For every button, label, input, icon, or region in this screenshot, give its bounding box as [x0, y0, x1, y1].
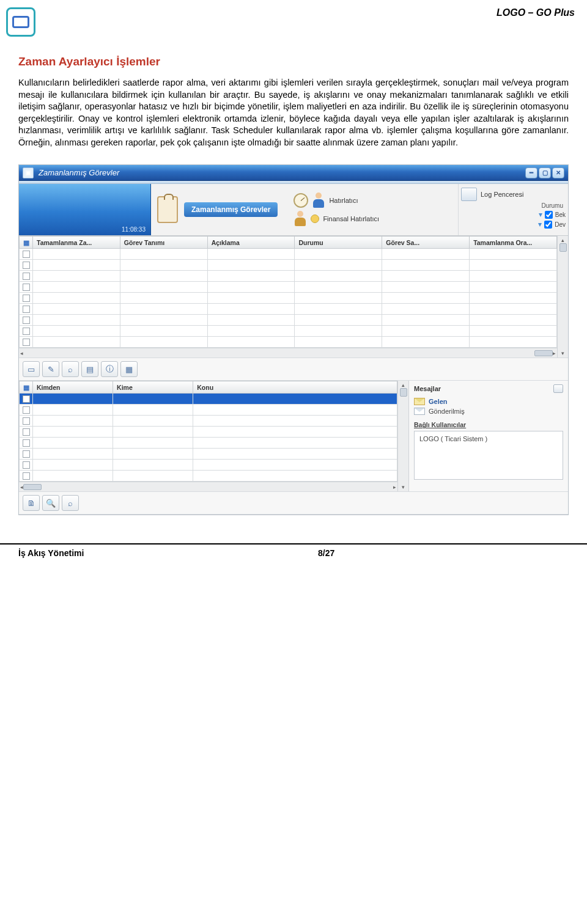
table-row[interactable]	[20, 260, 557, 271]
tool-button[interactable]: ⌕	[62, 495, 79, 511]
row-checkbox[interactable]	[23, 262, 30, 269]
vertical-scrollbar[interactable]: ▴ ▾	[557, 236, 568, 358]
table-row[interactable]	[20, 460, 397, 471]
row-checkbox[interactable]	[23, 295, 30, 302]
tool-button[interactable]: ▭	[23, 361, 40, 377]
scroll-up-icon[interactable]: ▴	[561, 237, 564, 243]
row-checkbox[interactable]	[23, 339, 30, 346]
table-row[interactable]	[20, 249, 557, 260]
row-checkbox[interactable]	[23, 251, 30, 258]
scroll-thumb[interactable]	[400, 388, 407, 397]
tasks-toolbar: ▭ ✎ ⌕ ▤ ⓘ ▦	[19, 358, 568, 381]
row-checkbox[interactable]	[23, 284, 30, 291]
scroll-thumb[interactable]	[534, 350, 553, 356]
messages-panel-header: Mesajlar	[414, 385, 441, 392]
column-header[interactable]: Kimden	[33, 381, 113, 394]
table-row[interactable]	[20, 416, 397, 427]
column-header[interactable]: Kime	[113, 381, 193, 394]
table-row[interactable]	[20, 394, 397, 405]
column-header[interactable]: Tamamlanma Za...	[33, 237, 120, 249]
table-row[interactable]	[20, 271, 557, 282]
table-row[interactable]	[20, 282, 557, 293]
row-checkbox[interactable]	[23, 428, 30, 436]
horizontal-scrollbar[interactable]: ◂ ▸	[19, 348, 557, 358]
tool-button[interactable]: 🔍	[42, 495, 59, 511]
table-row[interactable]	[20, 293, 557, 304]
envelope-open-icon	[414, 408, 425, 415]
table-row[interactable]	[20, 304, 557, 315]
row-checkbox[interactable]	[23, 417, 30, 425]
tool-button[interactable]: ⓘ	[101, 361, 118, 377]
table-row[interactable]	[20, 315, 557, 326]
scheduled-tasks-button[interactable]: Zamanlanmış Görevler	[184, 202, 278, 217]
row-checkbox[interactable]	[23, 317, 30, 324]
person-icon	[312, 193, 325, 208]
column-header[interactable]: Tamamlanma Ora...	[470, 237, 557, 249]
table-row[interactable]	[20, 427, 397, 438]
table-row[interactable]	[20, 438, 397, 449]
maximize-button[interactable]: ▢	[539, 167, 551, 178]
horizontal-scrollbar[interactable]: ◂ ▸	[19, 482, 397, 491]
row-checkbox[interactable]	[23, 472, 30, 480]
connected-users-list[interactable]: LOGO ( Ticari Sistem )	[414, 431, 563, 480]
tool-button[interactable]: ▤	[81, 361, 98, 377]
vertical-scrollbar[interactable]: ▴ ▾	[397, 381, 408, 491]
scroll-left-icon[interactable]: ◂	[20, 350, 23, 356]
tasks-grid[interactable]: ▦Tamamlanma Za...Görev TanımıAçıklamaDur…	[19, 236, 557, 348]
table-row[interactable]	[20, 449, 397, 460]
column-header[interactable]: Görev Sa...	[382, 237, 470, 249]
row-checkbox[interactable]	[23, 450, 30, 458]
tool-button[interactable]: ⌕	[62, 361, 79, 377]
messages-grid[interactable]: ▦KimdenKimeKonu	[19, 381, 397, 482]
column-selector-icon[interactable]: ▦	[20, 381, 33, 394]
scroll-thumb[interactable]	[23, 484, 42, 490]
close-button[interactable]: ✕	[552, 167, 564, 178]
status-filter-bek[interactable]: ▾ Bek	[461, 210, 566, 219]
app-window: ▣ Zamanlanmış Görevler ━ ▢ ✕ 11:08:33 Za…	[18, 164, 569, 515]
inbox-link[interactable]: Gelen	[414, 397, 563, 406]
row-checkbox[interactable]	[23, 439, 30, 447]
envelope-icon	[414, 398, 425, 405]
row-checkbox[interactable]	[23, 406, 30, 414]
tool-button[interactable]: ▦	[120, 361, 138, 377]
log-window-button[interactable]: Log Penceresi	[481, 191, 523, 198]
tool-button[interactable]: 🗎	[23, 495, 40, 511]
clipboard-icon	[157, 196, 178, 223]
column-header[interactable]: Görev Tanımı	[120, 237, 207, 249]
column-header[interactable]: Açıklama	[207, 237, 295, 249]
row-checkbox[interactable]	[23, 461, 30, 469]
table-row[interactable]	[20, 337, 557, 348]
sent-link[interactable]: Gönderilmiş	[414, 406, 563, 416]
panel-toggle-button[interactable]	[553, 384, 563, 393]
person-icon	[294, 211, 307, 227]
scroll-up-icon[interactable]: ▴	[402, 382, 405, 388]
window-app-icon: ▣	[23, 167, 34, 178]
status-filter-dev[interactable]: ▾ Dev	[461, 220, 566, 229]
status-checkbox[interactable]	[545, 211, 553, 219]
scroll-thumb[interactable]	[559, 243, 567, 252]
row-checkbox[interactable]	[23, 395, 30, 403]
row-checkbox[interactable]	[23, 306, 30, 313]
table-row[interactable]	[20, 471, 397, 482]
table-row[interactable]	[20, 405, 397, 416]
column-selector-icon[interactable]: ▦	[20, 237, 33, 249]
status-checkbox[interactable]	[544, 221, 552, 229]
row-checkbox[interactable]	[23, 273, 30, 280]
column-header[interactable]: Konu	[193, 381, 397, 394]
financial-reminder-button[interactable]: Finansal Hatırlatıcı	[294, 211, 379, 227]
reminder-button[interactable]: Hatırlatıcı	[294, 193, 379, 208]
tool-button[interactable]: ✎	[42, 361, 59, 377]
scroll-right-icon[interactable]: ▸	[393, 484, 396, 490]
column-header[interactable]: Durumu	[295, 237, 382, 249]
minimize-button[interactable]: ━	[525, 167, 537, 178]
scroll-down-icon[interactable]: ▾	[402, 484, 405, 490]
row-checkbox[interactable]	[23, 328, 30, 335]
table-row[interactable]	[20, 326, 557, 337]
window-title: Zamanlanmış Görevler	[39, 168, 119, 177]
status-item-label: Dev	[555, 221, 566, 228]
clock-label: 11:08:33	[122, 226, 146, 233]
brand-title: LOGO – GO Plus	[497, 7, 575, 18]
chevron-down-icon: ▾	[539, 210, 542, 219]
scroll-down-icon[interactable]: ▾	[561, 350, 564, 356]
scroll-right-icon[interactable]: ▸	[553, 350, 556, 356]
